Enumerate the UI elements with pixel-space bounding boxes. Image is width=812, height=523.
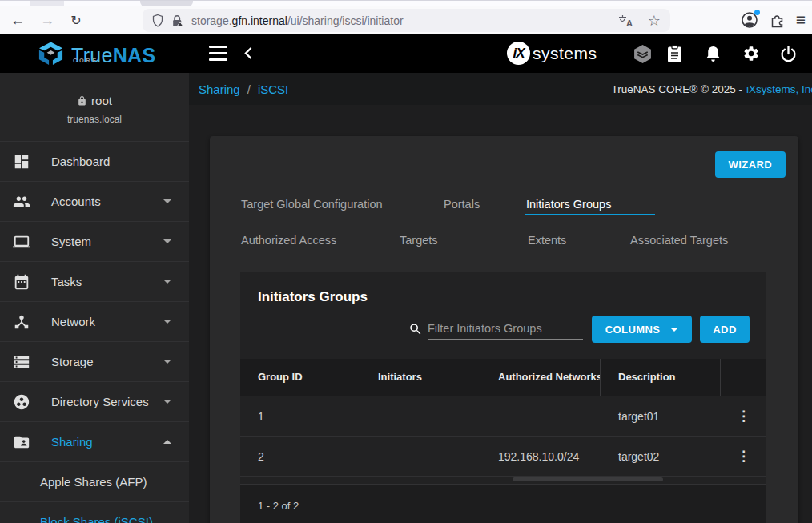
translate-icon[interactable]: A [618,14,634,27]
tab-extents[interactable]: Extents [528,228,566,252]
collapse-chevron-icon[interactable] [243,46,253,60]
chevron-up-icon [163,440,171,444]
account-badge [754,10,760,15]
panel-title: Initiators Groups [258,289,368,305]
cell-description: target02 [601,437,721,476]
tabs-divider [210,255,798,255]
cell-group-id: 2 [240,437,360,476]
tab-authorized-access[interactable]: Authorized Access [241,228,336,252]
truecommand-icon[interactable] [633,44,652,63]
sidebar-item-tasks[interactable]: Tasks [0,261,189,301]
sidebar-item-system[interactable]: System [0,221,189,261]
sidebar-item-network[interactable]: Network [0,301,189,341]
user-name: root [91,94,112,107]
table-header-row: Group ID Initiators Authorized Networks … [240,359,766,396]
ixsystems-link[interactable]: iXsystems, Inc [746,83,812,95]
settings-gear-icon[interactable] [742,44,761,63]
sidebar-item-directory-services[interactable]: Directory Services [0,381,189,421]
cell-authorized-networks: 192.168.10.0/24 [480,437,601,476]
initiators-groups-panel: Initiators Groups COLUMNS ADD Group ID I… [240,272,766,523]
hostname: truenas.local [0,114,189,125]
browser-chrome: ← → ↻ storage.gfn.internal/ui/sharing/is… [0,0,812,34]
browser-tabstrip [0,0,812,6]
bookmark-star-icon[interactable]: ☆ [648,12,661,30]
content-area: Sharing / iSCSI TrueNAS CORE® © 2025 - i… [189,73,812,523]
power-icon[interactable] [778,44,798,63]
user-lock-icon [77,95,87,107]
sidebar-item-storage[interactable]: Storage [0,341,189,381]
sidebar-item-sharing[interactable]: Sharing [0,421,189,461]
accounts-people-icon [12,193,31,211]
horizontal-scrollbar [240,477,766,482]
dashboard-icon [12,153,31,171]
cell-description: target01 [601,396,721,436]
tab-initiators-groups[interactable]: Initiators Groups [526,192,611,216]
add-button[interactable]: ADD [700,316,750,343]
sidenav-toggle-icon[interactable] [209,46,227,61]
table-footer: 1 - 2 of 2 [240,484,766,523]
filter-input[interactable] [428,317,583,340]
url-text: storage.gfn.internal/ui/sharing/iscsi/in… [191,14,404,27]
cell-initiators [360,396,480,436]
sidebar-item-dashboard[interactable]: Dashboard [0,141,189,181]
breadcrumb: Sharing / iSCSI [199,73,288,105]
header-group-id[interactable]: Group ID [240,359,360,396]
browser-menu-icon[interactable]: ≡ [796,10,806,30]
truenas-logo[interactable]: TrueNASCORE [37,41,155,70]
cell-authorized-networks [480,396,601,436]
tab-target-global-configuration[interactable]: Target Global Configuration [241,192,383,216]
sidebar-item-accounts[interactable]: Accounts [0,181,189,221]
cell-group-id: 1 [240,396,360,436]
user-block: root truenas.local [0,73,189,141]
notifications-bell-icon[interactable] [703,44,722,63]
columns-button[interactable]: COLUMNS [592,316,692,343]
wizard-button[interactable]: WIZARD [715,151,786,178]
jobs-clipboard-icon[interactable] [665,44,684,63]
scrollbar-thumb[interactable] [513,477,663,481]
row-actions-kebab-icon[interactable]: ⋮ [737,409,750,423]
tab-portals[interactable]: Portals [444,192,480,216]
back-button[interactable]: ← [6,6,30,34]
brand-text: TrueNASCORE [71,42,155,68]
header-authorized-networks[interactable]: Authorized Networks [480,359,601,396]
tab-associated-targets[interactable]: Associated Targets [630,228,728,252]
header-initiators[interactable]: Initiators [360,359,480,396]
chevron-down-icon [163,400,171,404]
lock-warning-icon[interactable] [171,14,183,27]
initiators-table: Group ID Initiators Authorized Networks … [240,359,766,477]
reload-button[interactable]: ↻ [64,6,88,34]
chevron-down-icon [163,239,171,243]
app-header: TrueNASCORE iX systems [0,34,812,73]
url-bar[interactable]: storage.gfn.internal/ui/sharing/iscsi/in… [143,9,670,32]
iscsi-card: WIZARD Target Global Configuration Porta… [210,136,798,523]
account-icon[interactable] [741,11,758,29]
sidebar: root truenas.local Dashboard Accounts Sy… [0,73,189,523]
tab-targets[interactable]: Targets [400,228,438,252]
forward-button[interactable]: → [35,6,59,34]
table-bottom-divider [240,476,766,477]
caret-down-icon [670,328,678,332]
breadcrumb-iscsi-link[interactable]: iSCSI [258,82,288,96]
table-row: 2 192.168.10.0/24 target02 ⋮ [240,436,766,476]
translate-letter: A [626,18,633,27]
cell-initiators [360,437,480,476]
ix-mark: iX [507,42,530,65]
storage-icon [12,353,31,371]
active-tab-underline [525,214,655,215]
tasks-calendar-icon [12,273,31,291]
chevron-down-icon [163,199,171,203]
brand-edition: CORE [73,48,98,74]
truenas-cube-icon [37,41,65,70]
header-description[interactable]: Description [601,359,721,396]
sidebar-item-block-shares-iscsi[interactable]: Block Shares (iSCSI) [0,501,189,523]
sharing-folder-icon [12,433,31,451]
copyright-text: TrueNAS CORE® © 2025 - iXsystems, Inc [612,73,812,105]
shield-icon[interactable] [151,14,164,27]
row-actions-kebab-icon[interactable]: ⋮ [737,449,750,463]
sidebar-item-apple-shares-afp[interactable]: Apple Shares (AFP) [0,461,189,501]
chevron-down-icon [163,360,171,364]
pagination-label: 1 - 2 of 2 [258,500,299,512]
breadcrumb-sharing-link[interactable]: Sharing [199,82,240,96]
extensions-puzzle-icon[interactable] [770,13,785,28]
directory-services-icon [12,393,31,411]
